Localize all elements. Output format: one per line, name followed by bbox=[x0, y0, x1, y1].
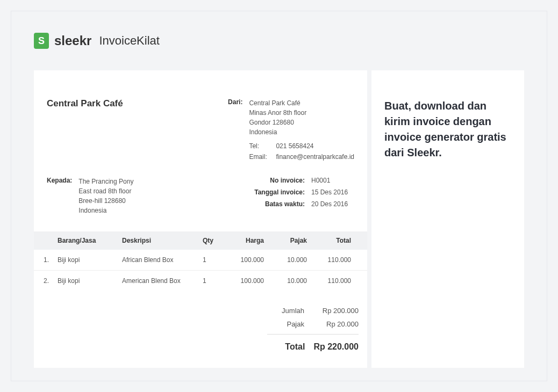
subtotal-label: Jumlah bbox=[267, 307, 304, 315]
from-name: Central Park Café bbox=[249, 98, 346, 108]
row-total: 110.000 bbox=[311, 256, 360, 264]
to-section: Kepada: The Prancing Pony East road 8th … bbox=[47, 177, 133, 215]
row-qty: 1 bbox=[198, 277, 225, 285]
tax-total-value: Rp 20.000 bbox=[313, 320, 359, 328]
table-header: Barang/Jasa Deskripsi Qty Harga Pajak To… bbox=[34, 231, 367, 250]
logo-letter: S bbox=[38, 35, 45, 47]
brand-header: S sleekr InvoiceKilat bbox=[34, 33, 537, 49]
invoice-no-value: H0001 bbox=[311, 177, 354, 184]
row-qty: 1 bbox=[198, 256, 225, 264]
invoice-date-label: Tanggal invoice: bbox=[246, 188, 305, 196]
invoice-table: Barang/Jasa Deskripsi Qty Harga Pajak To… bbox=[34, 231, 367, 291]
tel-value: 021 5658424 bbox=[276, 142, 313, 150]
logo-text: sleekr bbox=[54, 33, 91, 48]
row-tax: 10.000 bbox=[268, 256, 311, 264]
from-section: Dari: Central Park Café Minas Anor 8th f… bbox=[216, 98, 354, 161]
tax-total-label: Pajak bbox=[267, 320, 304, 328]
row-total: 110.000 bbox=[311, 277, 360, 285]
col-total: Total bbox=[311, 237, 360, 244]
tel-label: Tel: bbox=[249, 142, 269, 150]
totals-section: Jumlah Rp 200.000 Pajak Rp 20.000 Total … bbox=[34, 291, 367, 368]
invoice-top-row: Central Park Café Dari: Central Park Caf… bbox=[47, 98, 354, 161]
to-address2: Bree-hill 128680 bbox=[78, 196, 133, 206]
content-row: Central Park Café Dari: Central Park Caf… bbox=[21, 70, 537, 368]
to-address1: East road 8th floor bbox=[78, 186, 133, 196]
page-container: S sleekr InvoiceKilat Central Park Café … bbox=[11, 11, 547, 381]
invoice-mid-row: Kepada: The Prancing Pony East road 8th … bbox=[47, 177, 354, 215]
table-body: 1.Biji kopiAfrican Blend Box1100.00010.0… bbox=[34, 250, 367, 291]
row-item: Biji kopi bbox=[53, 277, 118, 285]
sidebar-card: Buat, download dan kirim invoice dengan … bbox=[371, 70, 524, 368]
logo-icon: S bbox=[34, 33, 49, 49]
from-country: Indonesia bbox=[249, 127, 346, 137]
email-value: finance@centralparkcafe.id bbox=[276, 153, 354, 161]
row-price: 100.000 bbox=[225, 256, 268, 264]
col-tax: Pajak bbox=[268, 237, 311, 244]
row-item: Biji kopi bbox=[53, 256, 118, 264]
subtotal-value: Rp 200.000 bbox=[313, 307, 359, 315]
col-price: Harga bbox=[225, 237, 268, 244]
col-item: Barang/Jasa bbox=[53, 237, 118, 244]
table-row: 1.Biji kopiAfrican Blend Box1100.00010.0… bbox=[34, 250, 367, 271]
invoice-date-value: 15 Des 2016 bbox=[311, 188, 354, 196]
table-row: 2.Biji kopiAmerican Blend Box1100.00010.… bbox=[34, 271, 367, 291]
from-address: Central Park Café Minas Anor 8th floor G… bbox=[249, 98, 346, 137]
invoice-due-label: Batas waktu: bbox=[246, 200, 305, 208]
from-address2: Gondor 128680 bbox=[249, 118, 346, 127]
invoice-no-label: No invoice: bbox=[246, 177, 305, 184]
row-price: 100.000 bbox=[225, 277, 268, 285]
from-address1: Minas Anor 8th floor bbox=[249, 108, 346, 118]
to-name: The Prancing Pony bbox=[78, 177, 133, 186]
row-desc: American Blend Box bbox=[118, 277, 198, 285]
company-title: Central Park Café bbox=[47, 98, 123, 161]
grand-total-value: Rp 220.000 bbox=[313, 342, 359, 352]
col-desc: Deskripsi bbox=[118, 237, 198, 244]
invoice-header-section: Central Park Café Dari: Central Park Caf… bbox=[34, 70, 367, 231]
invoice-card: Central Park Café Dari: Central Park Caf… bbox=[34, 70, 367, 368]
email-label: Email: bbox=[249, 153, 269, 161]
col-qty: Qty bbox=[198, 237, 225, 244]
to-label: Kepada: bbox=[47, 177, 72, 215]
from-label: Dari: bbox=[216, 98, 242, 137]
sidebar-headline: Buat, download dan kirim invoice dengan … bbox=[384, 98, 511, 161]
grand-total-label: Total bbox=[267, 342, 305, 352]
row-num: 2. bbox=[34, 277, 53, 285]
to-address: The Prancing Pony East road 8th floor Br… bbox=[78, 177, 133, 215]
invoice-due-value: 20 Des 2016 bbox=[311, 200, 354, 208]
row-tax: 10.000 bbox=[268, 277, 311, 285]
to-country: Indonesia bbox=[78, 206, 133, 215]
row-desc: African Blend Box bbox=[118, 256, 198, 264]
product-name: InvoiceKilat bbox=[99, 34, 160, 48]
row-num: 1. bbox=[34, 256, 53, 264]
invoice-meta: No invoice: H0001 Tanggal invoice: 15 De… bbox=[246, 177, 354, 215]
